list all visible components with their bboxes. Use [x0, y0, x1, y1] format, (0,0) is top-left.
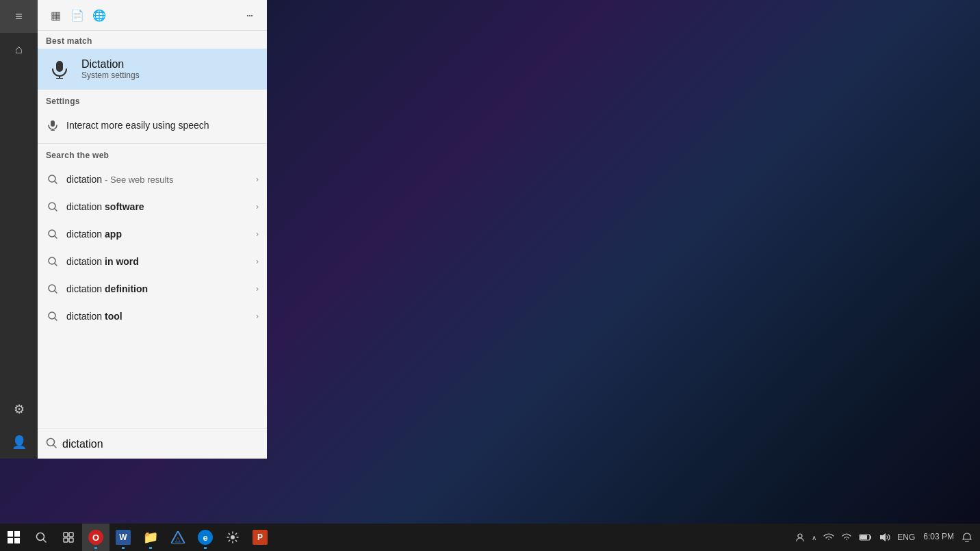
search-result-icon-2	[46, 227, 60, 241]
hamburger-menu-icon[interactable]: ≡	[0, 0, 38, 33]
taskbar-opera[interactable]: O	[82, 524, 109, 551]
best-match-text: Dictation System settings	[81, 58, 140, 80]
svg-text:△: △	[175, 535, 181, 543]
svg-rect-23	[14, 538, 20, 543]
network-icon[interactable]	[821, 524, 837, 551]
system-clock[interactable]: 6:03 PM	[919, 532, 958, 543]
chevron-icon-5: ›	[256, 311, 259, 321]
svg-line-19	[53, 445, 56, 448]
search-text-4: dictation definition	[66, 283, 256, 294]
svg-line-13	[55, 264, 57, 266]
svg-rect-27	[69, 533, 73, 537]
taskbar: O W 📁 △ e	[0, 524, 980, 551]
svg-rect-21	[14, 531, 20, 537]
search-text-1: dictation software	[66, 201, 256, 212]
chevron-icon-0: ›	[256, 175, 259, 184]
svg-rect-0	[56, 61, 63, 72]
grid-icon: ▦	[51, 9, 61, 22]
search-text-2: dictation app	[66, 229, 256, 240]
dictation-app-icon	[46, 55, 73, 83]
search-result-icon-4	[46, 282, 60, 296]
speech-settings-icon	[46, 118, 60, 132]
search-result-icon-3	[46, 255, 60, 268]
taskbar-word[interactable]: W	[109, 524, 137, 551]
svg-rect-22	[8, 538, 13, 543]
web-search-item-3[interactable]: dictation in word ›	[38, 248, 267, 275]
svg-line-9	[55, 209, 57, 211]
section-divider	[38, 143, 267, 144]
settings-speech-item[interactable]: Interact more easily using speech	[38, 112, 267, 139]
web-search-section: dictation - See web results › dictation …	[38, 163, 267, 333]
wifi-icon[interactable]	[838, 524, 855, 551]
globe-icon: 🌐	[92, 9, 106, 22]
svg-rect-26	[64, 533, 68, 537]
svg-point-32	[231, 535, 235, 539]
taskbar-powerpoint[interactable]: P	[246, 524, 274, 551]
best-match-subtitle: System settings	[81, 71, 140, 80]
web-search-item-5[interactable]: dictation tool ›	[38, 303, 267, 330]
globe-view-button[interactable]: 🌐	[88, 4, 110, 26]
search-input[interactable]	[62, 438, 259, 450]
svg-line-17	[55, 318, 57, 320]
search-text-3: dictation in word	[66, 256, 256, 267]
user-avatar-icon[interactable]: 👤	[0, 426, 38, 459]
taskbar-edge[interactable]: e	[192, 524, 219, 551]
web-search-item-1[interactable]: dictation software ›	[38, 193, 267, 220]
svg-rect-29	[69, 538, 73, 542]
volume-icon[interactable]	[877, 524, 893, 551]
battery-icon[interactable]	[856, 524, 875, 551]
svg-rect-20	[8, 531, 13, 537]
chevron-icon-1: ›	[256, 202, 259, 212]
chevron-icon-3: ›	[256, 257, 259, 266]
web-search-item-0[interactable]: dictation - See web results ›	[38, 166, 267, 193]
settings-sidebar-icon[interactable]: ⚙	[0, 393, 38, 426]
notification-icon[interactable]	[959, 524, 975, 551]
language-indicator[interactable]: ENG	[894, 524, 918, 551]
search-web-label: Search the web	[38, 145, 267, 163]
system-tray-accounts[interactable]	[792, 524, 808, 551]
svg-rect-35	[860, 535, 867, 539]
search-box[interactable]	[38, 428, 267, 459]
start-toolbar: ▦ 📄 🌐 ···	[38, 0, 267, 31]
task-view-button[interactable]	[55, 524, 82, 551]
settings-section: Interact more easily using speech	[38, 109, 267, 142]
start-sidebar: ≡ ⌂ ⚙ 👤	[0, 0, 38, 459]
start-main-content: ▦ 📄 🌐 ··· Best match Dictation System se…	[38, 0, 267, 459]
taskbar-right: ∧	[792, 524, 980, 551]
search-result-icon-0	[46, 172, 60, 186]
start-button[interactable]	[0, 524, 27, 551]
svg-rect-28	[64, 538, 68, 542]
svg-line-15	[55, 291, 57, 293]
taskbar-left: O W 📁 △ e	[0, 524, 274, 551]
svg-point-33	[798, 534, 802, 538]
best-match-label: Best match	[38, 31, 267, 49]
taskbar-drive[interactable]: △	[164, 524, 192, 551]
taskbar-settings[interactable]	[219, 524, 246, 551]
more-options-button[interactable]: ···	[238, 4, 260, 26]
svg-rect-3	[51, 120, 55, 127]
web-search-item-2[interactable]: dictation app ›	[38, 220, 267, 248]
chevron-expand[interactable]: ∧	[809, 524, 819, 551]
ellipsis-icon: ···	[246, 8, 252, 23]
best-match-title: Dictation	[81, 58, 140, 71]
svg-line-11	[55, 236, 57, 238]
web-search-item-4[interactable]: dictation definition ›	[38, 275, 267, 303]
search-result-icon-1	[46, 200, 60, 214]
search-text-5: dictation tool	[66, 311, 256, 322]
chevron-icon-4: ›	[256, 284, 259, 294]
settings-section-label: Settings	[38, 91, 267, 109]
search-result-icon-5	[46, 309, 60, 323]
home-icon[interactable]: ⌂	[0, 33, 38, 66]
best-match-item[interactable]: Dictation System settings	[38, 49, 267, 90]
svg-marker-37	[880, 533, 886, 541]
taskbar-explorer[interactable]: 📁	[137, 524, 164, 551]
svg-line-7	[55, 181, 57, 183]
search-text-0: dictation - See web results	[66, 174, 256, 185]
taskbar-search-button[interactable]	[27, 524, 55, 551]
doc-view-button[interactable]: 📄	[66, 4, 88, 26]
svg-line-25	[43, 539, 46, 542]
settings-item-text: Interact more easily using speech	[66, 120, 209, 131]
grid-view-button[interactable]: ▦	[44, 4, 66, 26]
search-box-icon	[46, 437, 57, 450]
chevron-icon-2: ›	[256, 229, 259, 239]
